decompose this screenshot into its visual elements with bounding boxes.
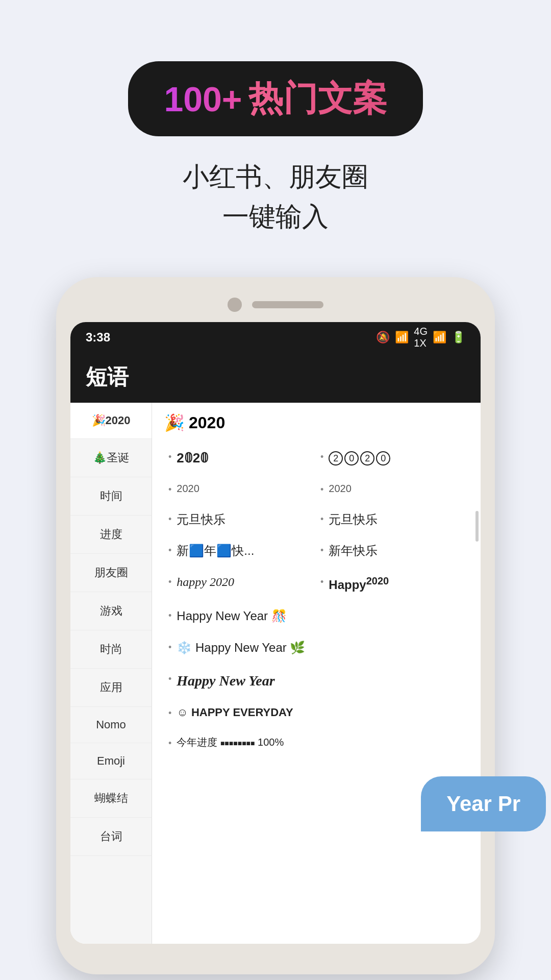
item-text: 元旦快乐: [177, 511, 226, 528]
section-icon: 🎉: [164, 413, 185, 432]
item-text: ☺ HAPPY EVERYDAY: [177, 705, 293, 721]
list-item[interactable]: • 2 0 2 0: [316, 442, 468, 474]
sidebar-item-time[interactable]: 时间: [70, 477, 152, 516]
sidebar-item-emoji[interactable]: Emoji: [70, 743, 152, 779]
promo-badge: 100+ 热门文案: [128, 61, 422, 136]
subtitle-line1: 小红书、朋友圈: [183, 157, 368, 197]
status-icons: 🔕 📶 4G1X 📶 🔋: [376, 326, 465, 349]
main-content: 🎉 2020 • 2𝟘2𝟘 • 2: [152, 403, 481, 944]
list-item[interactable]: • ☺ HAPPY EVERYDAY: [164, 698, 468, 728]
battery-icon: 🔋: [452, 331, 465, 344]
content-area: 🎉2020 🎄圣诞 时间 进度 朋友圈 游戏 时尚 应用 Nomo Emoji …: [70, 403, 481, 944]
tooltip-bubble: Year Pr: [421, 776, 546, 831]
list-item[interactable]: • 今年进度 ■■■■■■■■ 100%: [164, 728, 468, 757]
items-grid: • 2𝟘2𝟘 • 2 0 2 0: [164, 442, 468, 757]
list-item[interactable]: • happy 2020: [164, 567, 316, 601]
signal-icon: 📶: [433, 331, 446, 344]
bullet: •: [168, 673, 171, 685]
section-title: 🎉 2020: [164, 413, 468, 432]
bullet: •: [168, 513, 171, 526]
bullet: •: [168, 737, 171, 750]
item-text: 2020: [177, 481, 199, 496]
bullet: •: [320, 513, 323, 526]
phone-outer: 3:38 🔕 📶 4G1X 📶 🔋 短语 🎉2020 🎄圣诞: [56, 277, 495, 974]
list-item[interactable]: • Happy2020: [316, 567, 468, 601]
phone-mockup: 3:38 🔕 📶 4G1X 📶 🔋 短语 🎉2020 🎄圣诞: [56, 277, 495, 974]
item-text: 新年快乐: [329, 542, 378, 559]
list-item[interactable]: • 新年快乐: [316, 535, 468, 567]
section-year: 2020: [189, 413, 225, 432]
item-text: happy 2020: [177, 574, 234, 591]
network-icon: 4G1X: [414, 326, 428, 349]
promo-badge-container: 100+ 热门文案: [128, 61, 422, 136]
bullet: •: [168, 641, 171, 654]
item-text: 新🟦年🟦快...: [177, 542, 254, 559]
bullet: •: [168, 451, 171, 463]
subtitle-line2: 一键输入: [183, 197, 368, 236]
sidebar-item-games[interactable]: 游戏: [70, 592, 152, 630]
mute-icon: 🔕: [376, 331, 390, 344]
bullet: •: [168, 544, 171, 557]
item-text: 今年进度 ■■■■■■■■ 100%: [177, 735, 284, 749]
item-text: Happy2020: [329, 574, 389, 594]
phone-top-bar: [70, 292, 481, 317]
bullet: •: [320, 544, 323, 557]
list-item[interactable]: • Happy New Year: [164, 664, 468, 698]
status-time: 3:38: [86, 330, 110, 345]
bullet: •: [168, 576, 171, 589]
list-item[interactable]: • 新🟦年🟦快...: [164, 535, 316, 567]
sidebar-item-bow[interactable]: 蝴蝶结: [70, 779, 152, 818]
app-header: 短语: [70, 353, 481, 403]
item-text: 2 0 2 0: [329, 449, 390, 466]
sidebar: 🎉2020 🎄圣诞 时间 进度 朋友圈 游戏 时尚 应用 Nomo Emoji …: [70, 403, 152, 944]
item-text: 2020: [329, 481, 352, 496]
status-bar: 3:38 🔕 📶 4G1X 📶 🔋: [70, 322, 481, 353]
sidebar-item-fashion[interactable]: 时尚: [70, 630, 152, 669]
phone-screen: 3:38 🔕 📶 4G1X 📶 🔋 短语 🎉2020 🎄圣诞: [70, 322, 481, 944]
sidebar-item-christmas[interactable]: 🎄圣诞: [70, 439, 152, 477]
bullet: •: [320, 576, 323, 589]
bullet: •: [168, 609, 171, 622]
sidebar-item-apps[interactable]: 应用: [70, 669, 152, 707]
list-item[interactable]: • 2𝟘2𝟘: [164, 442, 316, 474]
list-item[interactable]: • 2020: [164, 474, 316, 503]
bullet: •: [168, 483, 171, 496]
bullet: •: [320, 451, 323, 463]
speaker-bar: [252, 301, 323, 308]
item-text: 2𝟘2𝟘: [177, 449, 209, 467]
sidebar-item-2020[interactable]: 🎉2020: [70, 403, 152, 439]
subtitle: 小红书、朋友圈 一键输入: [183, 157, 368, 236]
list-item[interactable]: • ❄️ Happy New Year 🌿: [164, 632, 468, 664]
bullet: •: [320, 483, 323, 496]
list-item[interactable]: • Happy New Year 🎊: [164, 600, 468, 632]
sidebar-item-moments[interactable]: 朋友圈: [70, 554, 152, 592]
sidebar-item-progress[interactable]: 进度: [70, 516, 152, 554]
camera-dot: [228, 298, 242, 312]
bullet: •: [168, 707, 171, 720]
sidebar-item-lines[interactable]: 台词: [70, 818, 152, 856]
badge-text: 热门文案: [248, 76, 387, 122]
item-text: Happy New Year: [177, 671, 274, 691]
item-text: 元旦快乐: [329, 511, 378, 528]
item-text: Happy New Year 🎊: [177, 607, 286, 625]
wifi-icon: 📶: [395, 331, 409, 344]
list-item[interactable]: • 2020: [316, 474, 468, 503]
app-title: 短语: [86, 363, 465, 391]
item-text: ❄️ Happy New Year 🌿: [177, 639, 305, 656]
scrollbar[interactable]: [475, 511, 479, 542]
badge-number: 100+: [164, 79, 242, 119]
list-item[interactable]: • 元旦快乐: [316, 504, 468, 535]
sidebar-item-nomo[interactable]: Nomo: [70, 707, 152, 743]
list-item[interactable]: • 元旦快乐: [164, 504, 316, 535]
